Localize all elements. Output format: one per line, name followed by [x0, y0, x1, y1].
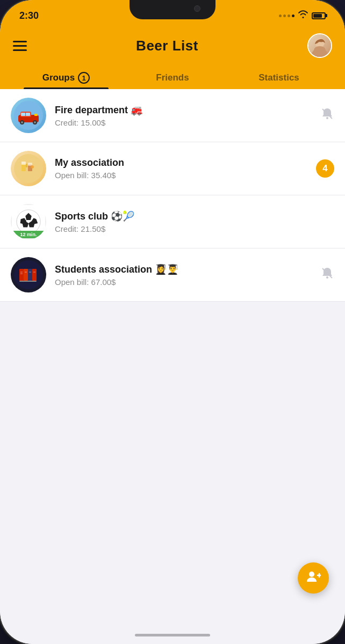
hamburger-line-3 — [13, 49, 27, 51]
svg-rect-7 — [26, 113, 30, 116]
group-name-students: Students association 👩‍🎓👨‍🎓 — [55, 264, 315, 275]
home-indicator — [0, 626, 345, 644]
tab-groups-badge: 1 — [78, 72, 90, 84]
notch — [130, 0, 215, 19]
signal-icon — [279, 14, 294, 17]
timer-badge: 12 min. — [12, 231, 45, 238]
avatar-image — [308, 34, 331, 57]
tab-friends[interactable]: Friends — [119, 65, 226, 89]
tab-statistics-label: Statistics — [258, 72, 299, 83]
svg-rect-29 — [19, 269, 24, 281]
app-header: Beer List Groups — [0, 28, 345, 89]
group-subtitle-association: Open bill: 35.40$ — [55, 171, 311, 180]
header-top: Beer List — [13, 33, 332, 65]
tab-friends-label: Friends — [156, 72, 189, 83]
group-info-sports: Sports club ⚽🎾 Credit: 21.50$ — [55, 210, 329, 233]
wifi-icon — [298, 10, 308, 21]
svg-point-39 — [326, 276, 328, 279]
svg-rect-18 — [26, 164, 27, 167]
group-info-fire: Fire department 🚒 Credit: 15.00$ — [55, 104, 315, 127]
add-group-fab[interactable] — [298, 562, 329, 594]
group-subtitle-students: Open bill: 67.00$ — [55, 277, 315, 287]
group-info-students: Students association 👩‍🎓👨‍🎓 Open bill: 6… — [55, 264, 315, 287]
svg-rect-16 — [21, 164, 26, 171]
group-name-fire: Fire department 🚒 — [55, 104, 315, 116]
svg-rect-6 — [21, 113, 25, 116]
svg-point-9 — [21, 121, 23, 123]
svg-rect-30 — [24, 269, 28, 281]
content-area: Fire department 🚒 Credit: 15.00$ — [0, 89, 345, 626]
svg-rect-32 — [32, 269, 37, 281]
svg-rect-33 — [19, 281, 37, 282]
menu-button[interactable] — [13, 41, 27, 51]
battery-icon — [312, 12, 326, 19]
status-icons — [279, 10, 326, 21]
group-avatar-fire — [11, 98, 46, 133]
svg-rect-12 — [34, 114, 38, 116]
bell-muted-icon-2 — [320, 266, 334, 283]
status-time: 2:30 — [19, 10, 39, 21]
hamburger-line-2 — [13, 45, 27, 47]
tab-bar: Groups 1 Friends Statistics — [13, 65, 332, 89]
hamburger-line-1 — [13, 41, 27, 42]
list-item[interactable]: Fire department 🚒 Credit: 15.00$ — [0, 89, 345, 142]
group-avatar-association — [11, 151, 46, 186]
list-item[interactable]: 12 min. Sports club ⚽🎾 Credit: 21.50$ — [0, 195, 345, 248]
group-name-sports: Sports club ⚽🎾 — [55, 210, 329, 222]
tab-groups-label: Groups — [42, 72, 75, 83]
camera — [194, 5, 200, 12]
phone-screen: 2:30 — [0, 0, 345, 644]
user-avatar[interactable] — [307, 33, 332, 58]
group-subtitle-sports: Credit: 21.50$ — [55, 224, 329, 233]
group-avatar-students — [11, 257, 46, 292]
add-user-icon — [306, 570, 321, 586]
notification-badge: 4 — [316, 159, 334, 178]
group-action-fire[interactable] — [320, 107, 334, 124]
app-title: Beer List — [136, 38, 198, 54]
svg-rect-31 — [28, 269, 32, 281]
svg-rect-17 — [21, 162, 26, 165]
svg-point-11 — [34, 121, 36, 123]
group-avatar-sports: 12 min. — [11, 204, 46, 239]
svg-point-21 — [31, 165, 34, 169]
bell-muted-icon — [320, 107, 334, 124]
tab-statistics[interactable]: Statistics — [226, 65, 332, 89]
svg-point-41 — [309, 572, 314, 577]
group-action-association[interactable]: 4 — [316, 159, 334, 178]
group-info-association: My association Open bill: 35.40$ — [55, 157, 311, 180]
phone-frame: 2:30 — [0, 0, 345, 644]
svg-point-2 — [314, 46, 326, 54]
home-bar — [135, 634, 210, 636]
tab-groups[interactable]: Groups 1 — [13, 65, 119, 89]
svg-rect-20 — [28, 163, 32, 166]
list-item[interactable]: My association Open bill: 35.40$ 4 — [0, 142, 345, 195]
group-name-association: My association — [55, 157, 311, 169]
svg-point-13 — [326, 117, 328, 119]
list-item[interactable]: Students association 👩‍🎓👨‍🎓 Open bill: 6… — [0, 248, 345, 302]
group-action-students[interactable] — [320, 266, 334, 283]
group-subtitle-fire: Credit: 15.00$ — [55, 118, 315, 127]
